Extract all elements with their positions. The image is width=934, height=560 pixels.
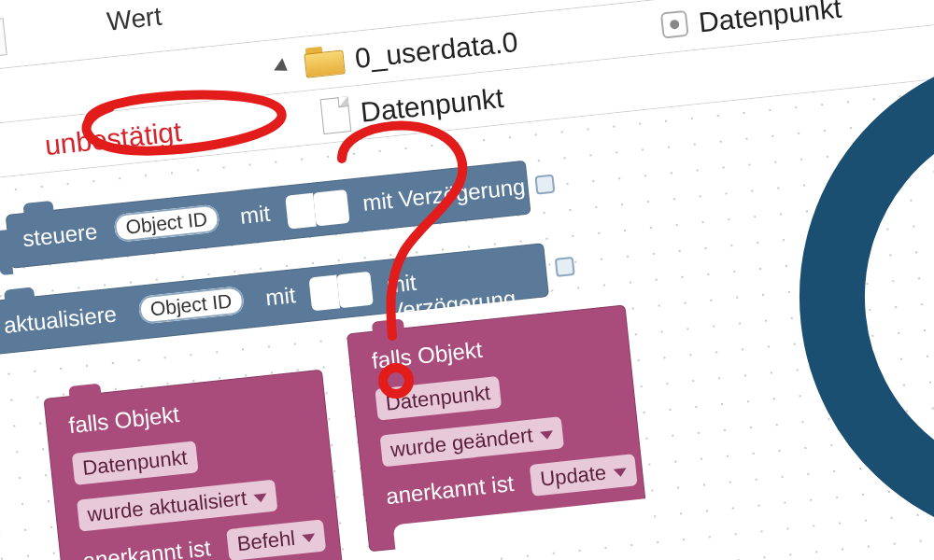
datapoint-icon (660, 10, 689, 39)
tree-child-label: Datenpunkt (360, 82, 505, 129)
tree-right-label: Datenpunkt (697, 0, 842, 38)
svg-point-0 (811, 61, 934, 533)
type-dropdown[interactable]: ktion (0, 18, 7, 66)
folder-icon (304, 44, 346, 77)
block-control-objectid[interactable]: Object ID (113, 203, 219, 242)
document-icon (320, 96, 352, 134)
block-trigger-left[interactable]: falls Objekt Datenpunkt wurde aktualisie… (43, 370, 345, 560)
block-trigger-right[interactable]: falls Objekt Datenpunkt wurde geändert a… (347, 304, 648, 552)
tree-root-label: 0_userdata.0 (353, 26, 519, 75)
trigger-left-ack-value[interactable]: Befehl (226, 519, 326, 560)
block-control-delay: mit Verzögerung (361, 174, 527, 217)
block-control-verb: steuere (21, 218, 99, 252)
trigger-right-mode[interactable]: wurde geändert (380, 416, 564, 467)
trigger-left-falls: falls Objekt (67, 401, 180, 439)
trigger-left-dp[interactable]: Datenpunkt (72, 441, 198, 485)
block-update-mit: mit (264, 282, 297, 311)
trigger-left-mode[interactable]: wurde aktualisiert (77, 480, 278, 532)
block-update-objectid[interactable]: Object ID (138, 286, 245, 324)
block-control-mit: mit (239, 201, 272, 230)
block-control-delay-checkbox[interactable] (534, 175, 555, 195)
trigger-right-dp[interactable]: Datenpunkt (375, 376, 501, 421)
col-wert: Wert (106, 2, 163, 37)
expand-icon[interactable] (274, 58, 291, 77)
trigger-right-falls: falls Objekt (371, 337, 484, 374)
block-update-delay-checkbox[interactable] (555, 257, 575, 277)
block-update-verb: aktualisiere (3, 301, 119, 339)
trigger-right-ack-label: anerkannt ist (385, 470, 516, 510)
trigger-left-ack-label: anerkannt ist (81, 535, 212, 560)
trigger-right-ack-value[interactable]: Update (530, 454, 638, 497)
unconfirmed-badge: unbestätigt (43, 116, 183, 161)
